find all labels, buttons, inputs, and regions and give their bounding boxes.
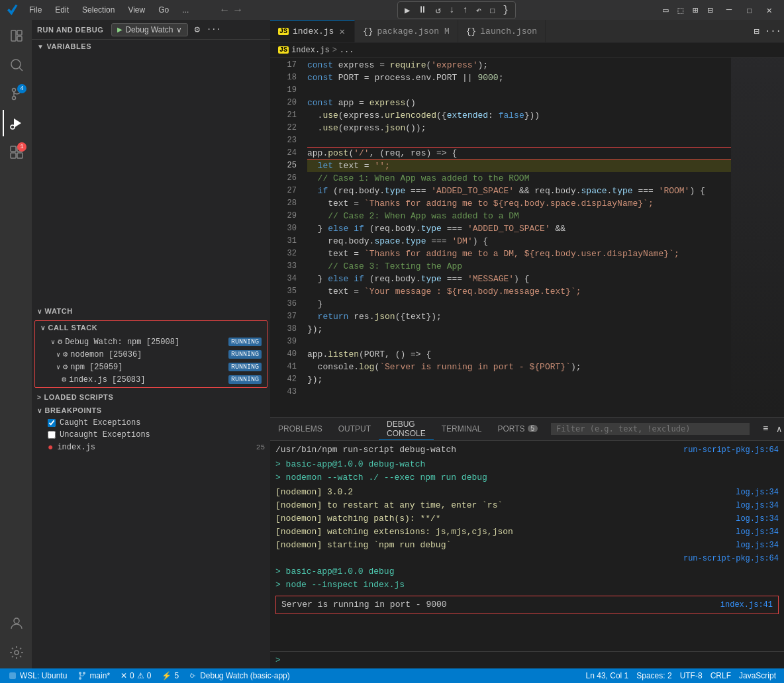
activity-extensions[interactable]: 1 (3, 139, 29, 165)
callstack-item-1[interactable]: ∨ ⚙ nodemon [25036] RUNNING (35, 348, 267, 361)
console-text-npm-run: /usr/bin/npm run-script debug-watch (275, 444, 456, 456)
debug-step-out[interactable]: ↑ (460, 3, 470, 17)
status-git[interactable]: main* (75, 671, 113, 680)
callstack-item-2[interactable]: ∨ ⚙ npm [25059] RUNNING (35, 361, 267, 373)
callstack-item-3[interactable]: ⚙ index.js [25083] RUNNING (35, 373, 267, 386)
breadcrumb-filename[interactable]: index.js (291, 46, 330, 55)
breakpoints-label: BREAKPOINTS (45, 406, 102, 414)
more-options-icon[interactable]: ··· (205, 24, 222, 36)
close-btn[interactable]: ✕ (761, 3, 777, 17)
debug-restart[interactable]: ↺ (432, 3, 443, 17)
debug-more[interactable]: } (501, 3, 511, 17)
tab-launch-json[interactable]: {} launch.json (458, 20, 546, 42)
status-encoding[interactable]: UTF-8 (677, 671, 705, 680)
status-git-branch: main* (89, 671, 110, 680)
loaded-scripts-header[interactable]: > LOADED SCRIPTS (32, 390, 270, 404)
tab-close-index-js[interactable]: ✕ (338, 26, 346, 37)
debug-step-back[interactable]: ↶ (473, 3, 484, 17)
explorer-icon (9, 28, 24, 44)
tab-index-js[interactable]: JS index.js ✕ (270, 20, 355, 42)
status-line-ending[interactable]: CRLF (708, 671, 734, 680)
activity-run-debug[interactable] (3, 110, 29, 136)
clear-console-icon[interactable]: ≡ (760, 422, 771, 435)
nav-forward[interactable]: → (232, 4, 243, 16)
breadcrumb-more[interactable]: ... (340, 46, 354, 55)
console-link-run-pkg[interactable]: run-script-pkg.js:64 (683, 553, 779, 565)
status-right: Ln 43, Col 1 Spaces: 2 UTF-8 CRLF JavaSc… (583, 671, 779, 680)
variables-content (32, 53, 270, 304)
console-input[interactable] (283, 656, 779, 665)
panel-tab-ports[interactable]: PORTS 5 (489, 418, 546, 440)
menu-selection[interactable]: Selection (77, 4, 120, 16)
layout-btn-1[interactable]: ▭ (659, 3, 672, 17)
status-debug-ports[interactable]: ⚡ 5 (159, 671, 181, 680)
console-link-log-3[interactable]: log.js:34 (736, 513, 779, 525)
activity-search[interactable] (3, 52, 29, 78)
debug-layout[interactable]: ☐ (487, 3, 497, 17)
activity-source-control[interactable]: 4 (3, 81, 29, 107)
code-line-28: text = `Thanks for adding me to ${req.bo… (307, 197, 731, 210)
maximize-btn[interactable]: ☐ (741, 3, 757, 17)
breakpoints-header[interactable]: ∨ BREAKPOINTS (32, 404, 270, 417)
console-text-basic-debug-watch: > basic-app@1.0.0 debug-watch (275, 459, 425, 471)
console-input-bar: > (270, 651, 784, 668)
panel-tab-debug-console[interactable]: DEBUG CONSOLE (379, 418, 434, 440)
console-link-log-5[interactable]: log.js:34 (736, 539, 779, 551)
ln-30: 30 (270, 222, 297, 235)
menu-view[interactable]: View (122, 4, 150, 16)
editor-area: JS index.js ✕ {} package.json M {} launc… (270, 20, 784, 668)
ln-25: ● 25 (270, 159, 297, 172)
layout-btn-2[interactable]: ⬚ (673, 3, 687, 17)
watch-section-header[interactable]: ∨ WATCH (32, 304, 270, 318)
menu-more[interactable]: ... (177, 4, 194, 16)
variables-section-header[interactable]: ▼ VARIABLES (32, 40, 270, 53)
filter-input[interactable] (551, 423, 750, 435)
callstack-item-0[interactable]: ∨ ⚙ Debug Watch: npm [25008] RUNNING (35, 336, 267, 348)
status-errors[interactable]: ✕ 0 ⚠ 0 (118, 671, 154, 680)
panel-content: /usr/bin/npm run-script debug-watch run-… (270, 441, 784, 651)
code-content[interactable]: const express = require('express'); cons… (302, 58, 731, 417)
menu-edit[interactable]: Edit (50, 4, 74, 16)
split-editor-icon[interactable]: ⊟ (751, 23, 761, 40)
debug-step-over[interactable]: ↓ (446, 3, 457, 17)
variables-chevron: ▼ (37, 43, 44, 50)
status-spaces[interactable]: Spaces: 2 (634, 671, 674, 680)
nav-back[interactable]: ← (219, 4, 230, 16)
more-tabs-icon[interactable]: ··· (762, 23, 784, 39)
breakpoint-uncaught[interactable]: Uncaught Exceptions (32, 429, 270, 441)
console-link-log-1[interactable]: log.js:34 (736, 486, 779, 498)
run-config-button[interactable]: ▶ Debug Watch ∨ (111, 23, 187, 36)
status-position[interactable]: Ln 43, Col 1 (583, 671, 632, 680)
breakpoints-section: ∨ BREAKPOINTS Caught Exceptions Uncaught… (32, 404, 270, 454)
breakpoint-caught[interactable]: Caught Exceptions (32, 417, 270, 429)
layout-btn-3[interactable]: ⊞ (689, 3, 702, 17)
panel-tab-terminal[interactable]: TERMINAL (434, 418, 490, 440)
console-link-log-2[interactable]: log.js:34 (736, 500, 779, 512)
layout-btn-4[interactable]: ⊟ (703, 3, 716, 17)
menu-file[interactable]: File (24, 4, 47, 16)
debug-pause[interactable]: ⏸ (415, 3, 430, 17)
gear-config-icon[interactable]: ⚙ (193, 23, 201, 36)
activity-accounts[interactable] (3, 610, 29, 637)
debug-continue[interactable]: ▶ (402, 3, 413, 17)
callstack-header[interactable]: ∨ CALL STACK (35, 321, 267, 334)
console-link-npm-run[interactable]: run-script-pkg.js:64 (683, 444, 779, 456)
status-language[interactable]: JavaScript (736, 671, 779, 680)
activity-explorer[interactable] (3, 23, 29, 49)
tab-package-json[interactable]: {} package.json M (355, 20, 458, 42)
console-link-log-4[interactable]: log.js:34 (736, 526, 779, 538)
ln-42: 42 (270, 373, 297, 386)
caught-exceptions-checkbox[interactable] (48, 419, 56, 427)
status-debug-session[interactable]: Debug Watch (basic-app) (187, 671, 293, 680)
console-link-server[interactable]: index.js:41 (720, 599, 773, 611)
breakpoint-file[interactable]: ● index.js 25 (32, 441, 270, 454)
minimize-btn[interactable]: ─ (721, 3, 737, 17)
uncaught-exceptions-checkbox[interactable] (48, 431, 56, 439)
panel-tab-output[interactable]: OUTPUT (330, 418, 379, 440)
menu-go[interactable]: Go (153, 4, 174, 16)
activity-settings[interactable] (3, 639, 29, 666)
breakpoint-filename: index.js (57, 443, 95, 452)
status-wsl[interactable]: WSL: Ubuntu (5, 671, 70, 680)
panel-tab-problems[interactable]: PROBLEMS (270, 418, 330, 440)
panel-collapse-icon[interactable]: ∧ (774, 422, 785, 436)
